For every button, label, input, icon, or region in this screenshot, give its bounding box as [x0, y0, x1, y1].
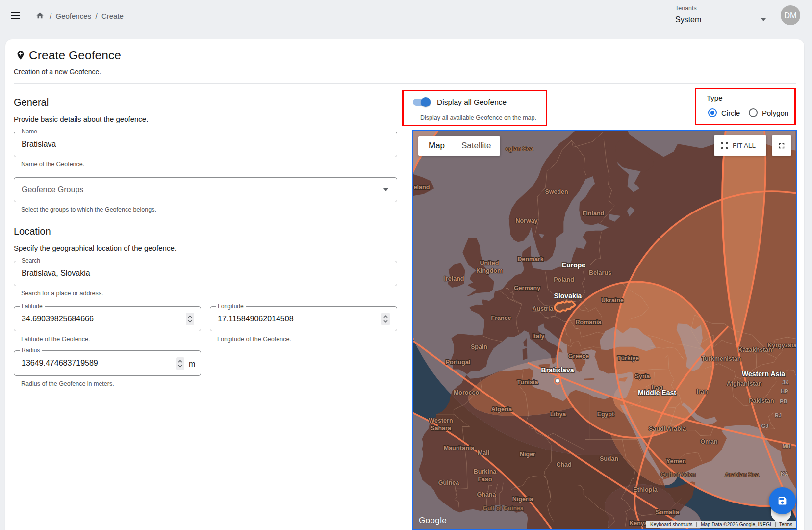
svg-text:Yemen: Yemen	[666, 458, 686, 465]
svg-text:Romania: Romania	[576, 319, 602, 326]
svg-text:Austria: Austria	[532, 305, 554, 312]
svg-text:Iran: Iran	[697, 388, 708, 395]
svg-text:Chad: Chad	[556, 461, 571, 468]
svg-text:Pakistan: Pakistan	[749, 398, 774, 404]
svg-text:Poland: Poland	[554, 276, 574, 283]
svg-text:Faso: Faso	[478, 476, 492, 483]
svg-text:JK: JK	[782, 379, 789, 385]
svg-text:Mali: Mali	[478, 450, 489, 456]
svg-text:GJ: GJ	[761, 423, 769, 429]
svg-text:Libya: Libya	[550, 411, 567, 418]
svg-text:PB: PB	[780, 398, 787, 404]
svg-text:Sudan: Sudan	[600, 455, 618, 462]
svg-text:Gulf of Aden: Gulf of Aden	[660, 471, 696, 478]
svg-text:Burkina: Burkina	[474, 468, 497, 475]
svg-text:eland: eland	[414, 184, 430, 191]
svg-text:Nigeria: Nigeria	[512, 496, 533, 503]
svg-text:Ethiopia: Ethiopia	[633, 486, 658, 493]
svg-text:Slovakia: Slovakia	[554, 292, 582, 300]
svg-text:Kenya: Kenya	[629, 520, 648, 527]
svg-text:Portugal: Portugal	[446, 359, 471, 366]
svg-text:France: France	[491, 315, 511, 321]
svg-text:Turkmenistan: Turkmenistan	[701, 355, 741, 362]
svg-text:Denmark: Denmark	[517, 256, 544, 263]
svg-text:Ukraine: Ukraine	[601, 297, 624, 304]
svg-text:Sweden: Sweden	[545, 188, 568, 195]
svg-text:Arabian Sea: Arabian Sea	[725, 471, 759, 478]
svg-text:Niger: Niger	[520, 451, 535, 458]
svg-text:Guinea: Guinea	[438, 479, 459, 486]
svg-text:Algeria: Algeria	[491, 406, 512, 413]
svg-text:Middle East: Middle East	[638, 389, 676, 397]
svg-text:Syria: Syria	[635, 373, 651, 380]
svg-text:Spain: Spain	[471, 344, 487, 350]
svg-text:Ghana: Ghana	[477, 491, 497, 498]
svg-text:Sahara: Sahara	[431, 425, 452, 432]
svg-text:egian Sea: egian Sea	[506, 145, 533, 152]
svg-text:Türkiye: Türkiye	[617, 355, 639, 362]
svg-text:United: United	[480, 260, 499, 266]
svg-text:Italy: Italy	[532, 333, 544, 340]
svg-text:Somalia: Somalia	[656, 509, 680, 516]
svg-text:Mauritania: Mauritania	[444, 445, 475, 451]
svg-text:Ireland: Ireland	[444, 275, 464, 282]
svg-text:RJ: RJ	[775, 412, 782, 418]
svg-text:KA: KA	[781, 471, 788, 477]
svg-text:Kyrgyzstan: Kyrgyzstan	[767, 342, 796, 349]
svg-text:Egypt: Egypt	[597, 411, 615, 418]
svg-text:Western Asia: Western Asia	[742, 370, 785, 378]
svg-text:Europe: Europe	[562, 261, 585, 269]
svg-text:Afghanistan: Afghanistan	[727, 380, 762, 387]
svg-text:Bratislava: Bratislava	[541, 366, 574, 374]
svg-text:Saudi Arabia: Saudi Arabia	[649, 425, 686, 432]
svg-text:Kingdom: Kingdom	[476, 267, 503, 274]
svg-text:Oman: Oman	[700, 438, 717, 445]
svg-text:Norway: Norway	[515, 217, 537, 224]
svg-text:Gulf of Guinea: Gulf of Guinea	[483, 505, 524, 512]
svg-text:Western: Western	[429, 417, 453, 424]
svg-text:Tunisia: Tunisia	[517, 379, 539, 386]
svg-text:Finland: Finland	[583, 210, 604, 217]
svg-text:Morocco: Morocco	[454, 389, 479, 396]
svg-text:MH: MH	[782, 443, 790, 449]
svg-text:Greece: Greece	[568, 353, 589, 360]
svg-text:HP: HP	[781, 388, 788, 394]
svg-text:Belarus: Belarus	[589, 269, 611, 276]
svg-text:Germany: Germany	[514, 285, 540, 292]
